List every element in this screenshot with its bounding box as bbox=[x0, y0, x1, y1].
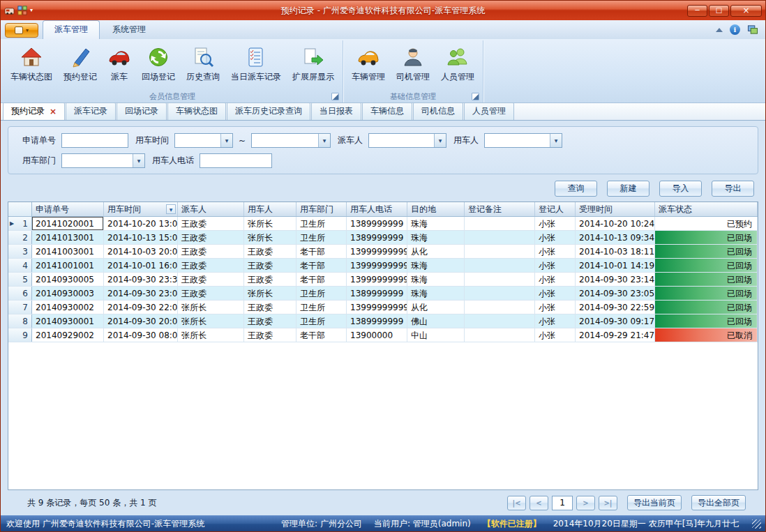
cell-accept_time[interactable]: 2014-09-30 23:05 bbox=[576, 287, 655, 300]
application-menu-button[interactable]: ▾ bbox=[5, 23, 38, 38]
next-page-button[interactable]: > bbox=[576, 496, 595, 510]
dialog-launcher-icon[interactable] bbox=[472, 93, 479, 100]
ribbon-button-personnel-management[interactable]: 人员管理 bbox=[435, 43, 480, 85]
apply-no-input[interactable] bbox=[61, 133, 128, 148]
first-page-button[interactable]: |< bbox=[507, 496, 526, 510]
cell-registrar[interactable]: 小张 bbox=[535, 314, 576, 328]
grid-row[interactable]: 2201410130012014-10-13 15:00王政委张所长卫生所138… bbox=[8, 231, 758, 245]
export-all-pages-button[interactable]: 导出全部页 bbox=[691, 495, 746, 510]
last-page-button[interactable]: >| bbox=[599, 496, 617, 510]
cell-status[interactable]: 已回场 bbox=[655, 314, 758, 328]
create-button[interactable]: 新建 bbox=[607, 181, 649, 197]
cell-phone[interactable]: 13999999999 bbox=[347, 245, 407, 258]
cell-destination[interactable]: 珠海 bbox=[407, 217, 465, 230]
cell-apply_no[interactable]: 20140930005 bbox=[32, 273, 104, 286]
cell-phone[interactable]: 1389999999 bbox=[347, 287, 407, 300]
row-header[interactable]: ▶1 bbox=[8, 217, 32, 230]
column-header-department[interactable]: 用车部门 bbox=[296, 202, 347, 216]
layout-icon[interactable] bbox=[17, 6, 27, 15]
cell-use_time[interactable]: 2014-09-30 23:00 bbox=[104, 287, 178, 300]
doc-tab-daily-report[interactable]: 当日报表 bbox=[311, 102, 361, 120]
cell-status[interactable]: 已回场 bbox=[655, 301, 758, 314]
export-button[interactable]: 导出 bbox=[712, 181, 754, 197]
cell-apply_no[interactable]: 20140930001 bbox=[32, 314, 104, 328]
cell-status[interactable]: 已回场 bbox=[655, 287, 758, 300]
row-header[interactable]: 2 bbox=[8, 231, 32, 244]
department-dropdown[interactable]: ▼ bbox=[61, 153, 145, 168]
cell-department[interactable]: 卫生所 bbox=[296, 287, 347, 300]
cell-destination[interactable]: 佛山 bbox=[407, 314, 465, 328]
cell-apply_no[interactable]: 20141001001 bbox=[32, 259, 104, 272]
cell-apply_no[interactable]: 20141013001 bbox=[32, 231, 104, 244]
grid-row[interactable]: 8201409300012014-09-30 20:00张所长王政委卫生所138… bbox=[8, 314, 758, 328]
cell-user[interactable]: 张所长 bbox=[244, 217, 296, 230]
row-header[interactable]: 8 bbox=[8, 314, 32, 328]
cell-use_time[interactable]: 2014-10-01 16:00 bbox=[104, 259, 178, 272]
grid-row[interactable]: 9201409290022014-09-30 08:00张所长王政委老干部139… bbox=[8, 328, 758, 342]
collapse-ribbon-button[interactable] bbox=[716, 28, 723, 32]
cell-remark[interactable] bbox=[465, 245, 535, 258]
cell-phone[interactable]: 13900000 bbox=[347, 328, 407, 342]
user-dropdown[interactable]: ▼ bbox=[484, 133, 562, 148]
cell-phone[interactable]: 1389999999 bbox=[347, 314, 407, 328]
cell-remark[interactable] bbox=[465, 273, 535, 286]
cell-phone[interactable]: 1389999999 bbox=[347, 231, 407, 244]
cell-status[interactable]: 已取消 bbox=[655, 328, 758, 342]
query-button[interactable]: 查询 bbox=[555, 181, 597, 197]
cell-accept_time[interactable]: 2014-09-30 23:14 bbox=[576, 273, 655, 286]
cell-status[interactable]: 已回场 bbox=[655, 245, 758, 258]
cell-apply_no[interactable]: 20141003001 bbox=[32, 245, 104, 258]
column-header-phone[interactable]: 用车人电话 bbox=[347, 202, 407, 216]
grid-row[interactable]: 3201410030012014-10-03 20:00王政委王政委老干部139… bbox=[8, 245, 758, 259]
prev-page-button[interactable]: < bbox=[530, 496, 548, 510]
column-header-accept_time[interactable]: 受理时间 bbox=[576, 202, 655, 216]
cell-status[interactable]: 已预约 bbox=[655, 217, 758, 230]
cell-accept_time[interactable]: 2014-10-20 10:24 bbox=[576, 217, 655, 230]
ribbon-button-reservation-register[interactable]: 预约登记 bbox=[58, 43, 103, 85]
cell-user[interactable]: 张所长 bbox=[244, 287, 296, 300]
use-time-to-dropdown[interactable]: ▼ bbox=[251, 133, 331, 148]
cell-phone[interactable]: 13999999999 bbox=[347, 273, 407, 286]
info-button[interactable]: i bbox=[730, 24, 740, 35]
cell-phone[interactable]: 13999999999 bbox=[347, 259, 407, 272]
cell-use_time[interactable]: 2014-09-30 22:00 bbox=[104, 301, 178, 314]
cell-phone[interactable]: 1389999999 bbox=[347, 217, 407, 230]
cell-remark[interactable] bbox=[465, 328, 535, 342]
cell-destination[interactable]: 从化 bbox=[407, 301, 465, 314]
ribbon-button-history-query[interactable]: 历史查询 bbox=[181, 43, 225, 85]
row-header[interactable]: 6 bbox=[8, 287, 32, 300]
cell-dispatcher[interactable]: 王政委 bbox=[178, 287, 244, 300]
ribbon-button-vehicle-management[interactable]: 车辆管理 bbox=[346, 43, 391, 85]
doc-tab-vehicle-info[interactable]: 车辆信息 bbox=[362, 102, 412, 120]
cell-destination[interactable]: 珠海 bbox=[407, 231, 465, 244]
use-time-from-dropdown[interactable]: ▼ bbox=[174, 133, 233, 148]
cell-destination[interactable]: 中山 bbox=[407, 328, 465, 342]
row-header[interactable]: 7 bbox=[8, 301, 32, 314]
doc-tab-reservation-records[interactable]: 预约记录× bbox=[3, 102, 65, 120]
cell-destination[interactable]: 从化 bbox=[407, 245, 465, 258]
cell-destination[interactable]: 珠海 bbox=[407, 273, 465, 286]
chevron-down-icon[interactable]: ▾ bbox=[30, 8, 33, 13]
cell-registrar[interactable]: 小张 bbox=[535, 259, 576, 272]
column-header-apply_no[interactable]: 申请单号 bbox=[32, 202, 104, 216]
cell-accept_time[interactable]: 2014-09-30 22:59 bbox=[576, 301, 655, 314]
row-header[interactable]: 5 bbox=[8, 273, 32, 286]
dispatcher-dropdown[interactable]: ▼ bbox=[368, 133, 446, 148]
cell-department[interactable]: 卫生所 bbox=[296, 217, 347, 230]
ribbon-button-extended-screen[interactable]: 扩展屏显示 bbox=[287, 43, 340, 85]
cell-use_time[interactable]: 2014-09-30 20:00 bbox=[104, 314, 178, 328]
cell-department[interactable]: 老干部 bbox=[296, 245, 347, 258]
column-header-use_time[interactable]: 用车时间▼ bbox=[104, 202, 178, 216]
cell-registrar[interactable]: 小张 bbox=[535, 231, 576, 244]
maximize-button[interactable]: □ bbox=[709, 5, 729, 17]
cell-department[interactable]: 卫生所 bbox=[296, 301, 347, 314]
cell-use_time[interactable]: 2014-10-13 15:00 bbox=[104, 231, 178, 244]
dialog-launcher-icon[interactable] bbox=[331, 93, 339, 100]
cell-remark[interactable] bbox=[465, 314, 535, 328]
cell-status[interactable]: 已回场 bbox=[655, 259, 758, 272]
cell-status[interactable]: 已回场 bbox=[655, 231, 758, 244]
doc-tab-dispatch-history-query[interactable]: 派车历史记录查询 bbox=[227, 102, 310, 120]
cell-dispatcher[interactable]: 张所长 bbox=[178, 301, 244, 314]
cell-dispatcher[interactable]: 王政委 bbox=[178, 273, 244, 286]
grid-row[interactable]: 6201409300032014-09-30 23:00王政委张所长卫生所138… bbox=[8, 287, 758, 301]
